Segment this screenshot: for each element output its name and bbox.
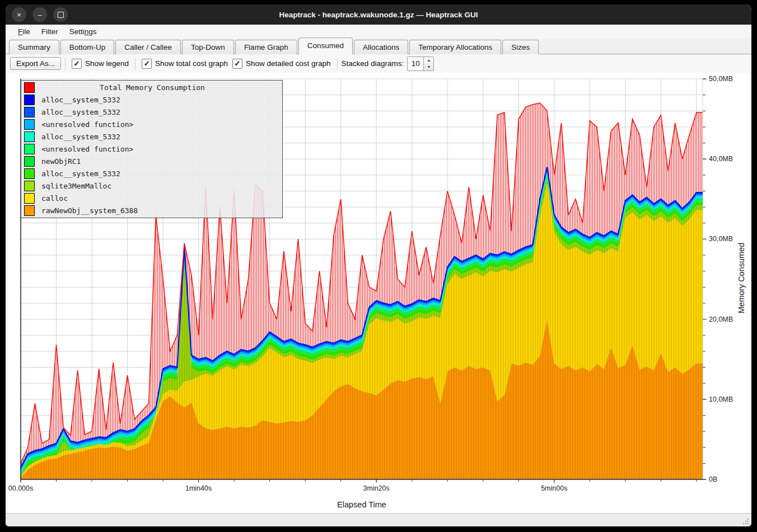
- legend-swatch-icon: [24, 144, 35, 154]
- tab-allocations[interactable]: Allocations: [354, 40, 408, 54]
- y-tick-label: 0B: [709, 475, 717, 483]
- show-legend-checkbox[interactable]: ✓ Show legend: [72, 59, 129, 69]
- legend-item: alloc__system_5332: [21, 167, 282, 180]
- tab-caller-callee[interactable]: Caller / Callee: [115, 40, 181, 54]
- legend-item: newObjRC1: [21, 155, 282, 167]
- checkbox-check-icon: ✓: [232, 59, 242, 69]
- toolbar-separator: [65, 58, 66, 69]
- legend-item: <unresolved function>: [21, 143, 282, 156]
- show-legend-label: Show legend: [85, 59, 129, 68]
- legend-label: <unresolved function>: [41, 120, 133, 129]
- legend-label: calloc: [41, 194, 68, 203]
- legend-label: alloc__system_5332: [41, 108, 120, 116]
- legend-item: sqlite3MemMalloc: [21, 180, 282, 192]
- consumed-chart-area: 00.000s1min40s3min20s5min00s0B10,0MB20,0…: [6, 73, 751, 513]
- y-axis-title: Memory Consumed: [737, 239, 746, 317]
- chart-legend: Total Memory Consumptionalloc__system_53…: [21, 80, 283, 218]
- legend-item: calloc: [21, 192, 282, 204]
- legend-item: rawNewObj__system_6388: [21, 204, 282, 216]
- tab-temporary-allocations[interactable]: Temporary Allocations: [409, 40, 501, 54]
- tab-consumed[interactable]: Consumed: [298, 37, 353, 54]
- heaptrack-window: × – Heaptrack - heaptrack.wakunode.1.gz …: [6, 4, 751, 526]
- tabbar: Summary Bottom-Up Caller / Callee Top-Do…: [6, 39, 751, 54]
- legend-swatch-icon: [24, 205, 35, 216]
- legend-swatch-icon: [24, 119, 35, 130]
- y-tick-label: 30,0MB: [709, 235, 733, 243]
- export-as-button[interactable]: Export As...: [10, 57, 61, 70]
- legend-label: sqlite3MemMalloc: [41, 182, 111, 190]
- legend-item: alloc__system_5332: [21, 106, 282, 119]
- show-detailed-cost-checkbox[interactable]: ✓ Show detailed cost graph: [232, 59, 331, 69]
- tab-flame-graph[interactable]: Flame Graph: [235, 40, 297, 54]
- show-total-cost-label: Show total cost graph: [155, 59, 228, 68]
- y-tick-label: 10,0MB: [709, 396, 733, 403]
- minimize-icon: –: [38, 11, 41, 19]
- x-axis-title: Elapsed Time: [21, 500, 703, 509]
- menu-filter[interactable]: Filter: [36, 26, 64, 37]
- menubar: File Filter Settings: [6, 25, 751, 39]
- legend-item: <unresolved function>: [21, 119, 282, 131]
- legend-item: alloc__system_5332: [21, 94, 282, 106]
- stacked-diagrams-spinbox[interactable]: 10 ▲ ▼: [407, 57, 434, 71]
- spin-up-icon[interactable]: ▲: [424, 57, 433, 64]
- x-tick-label: 3min20s: [363, 484, 390, 492]
- legend-swatch-icon: [24, 193, 35, 204]
- x-tick-label: 5min00s: [541, 484, 567, 492]
- toolbar-separator: [135, 58, 135, 69]
- legend-label: <unresolved function>: [41, 145, 133, 153]
- toolbar-separator: [337, 58, 338, 69]
- legend-swatch-icon: [24, 156, 35, 167]
- show-detailed-cost-label: Show detailed cost graph: [246, 59, 331, 68]
- resize-grip[interactable]: [742, 517, 750, 525]
- tab-sizes[interactable]: Sizes: [502, 40, 539, 54]
- legend-label: alloc__system_5332: [41, 96, 120, 104]
- checkbox-check-icon: ✓: [142, 59, 152, 69]
- legend-swatch-icon: [24, 168, 35, 179]
- window-bottom-strip: [6, 513, 751, 526]
- legend-label: alloc__system_5332: [41, 133, 120, 141]
- menu-settings[interactable]: Settings: [64, 26, 102, 37]
- y-tick-label: 40,0MB: [709, 155, 733, 163]
- menu-file[interactable]: File: [12, 26, 36, 37]
- titlebar: × – Heaptrack - heaptrack.wakunode.1.gz …: [6, 4, 751, 25]
- checkbox-check-icon: ✓: [72, 59, 82, 69]
- show-total-cost-checkbox[interactable]: ✓ Show total cost graph: [142, 59, 228, 69]
- legend-title: Total Memory Consumption: [22, 83, 282, 92]
- close-icon: ×: [17, 11, 21, 19]
- legend-swatch-icon: [24, 107, 35, 117]
- legend-swatch-icon: [24, 131, 35, 142]
- legend-label: rawNewObj__system_6388: [41, 206, 138, 215]
- legend-label: alloc__system_5332: [41, 170, 120, 178]
- legend-item: alloc__system_5332: [21, 131, 282, 143]
- spin-down-icon[interactable]: ▼: [424, 64, 433, 70]
- legend-swatch-icon: [24, 181, 35, 191]
- y-tick-label: 50,0MB: [709, 75, 733, 83]
- window-title: Heaptrack - heaptrack.wakunode.1.gz — He…: [6, 11, 751, 19]
- legend-item: Total Memory Consumption: [21, 82, 282, 94]
- maximize-button[interactable]: [53, 7, 68, 22]
- toolbar: Export As... ✓ Show legend ✓ Show total …: [6, 54, 751, 73]
- x-tick-label: 00.000s: [8, 484, 33, 492]
- stacked-diagrams-value: 10: [408, 57, 423, 70]
- x-tick-label: 1min40s: [185, 484, 212, 492]
- minimize-button[interactable]: –: [32, 7, 47, 22]
- stacked-diagrams-label: Stacked diagrams:: [342, 59, 404, 68]
- maximize-icon: [58, 12, 64, 18]
- tab-bottom-up[interactable]: Bottom-Up: [60, 40, 115, 54]
- y-tick-label: 20,0MB: [709, 316, 733, 323]
- tab-summary[interactable]: Summary: [9, 40, 59, 54]
- tab-top-down[interactable]: Top-Down: [182, 40, 234, 54]
- legend-swatch-icon: [24, 95, 35, 105]
- close-button[interactable]: ×: [12, 7, 26, 22]
- legend-label: newObjRC1: [41, 157, 81, 166]
